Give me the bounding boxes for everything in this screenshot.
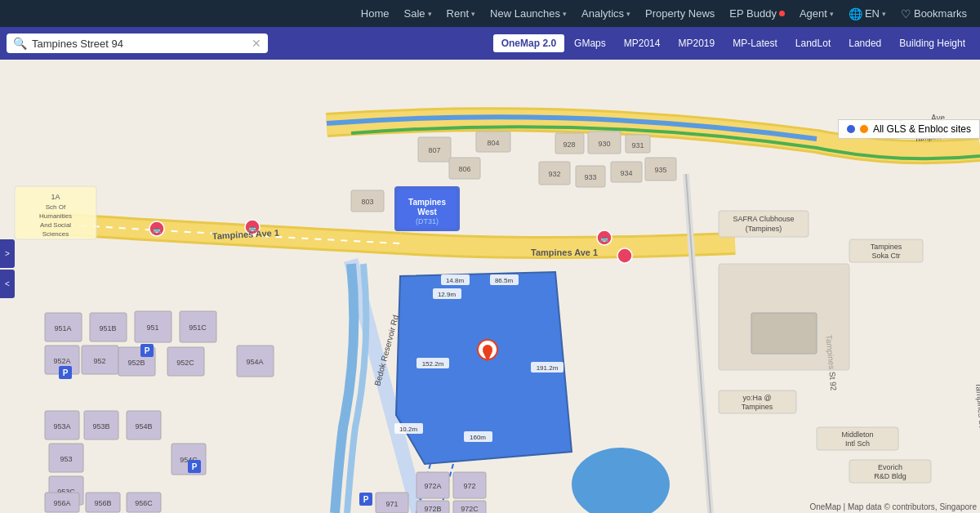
tab-mp2014[interactable]: MP2014 xyxy=(616,34,669,52)
nav-rent[interactable]: Rent ▾ xyxy=(447,7,475,20)
svg-text:(Tampines): (Tampines) xyxy=(746,225,782,233)
search-toolbar: 🔍 ✕ OneMap 2.0 GMaps MP2014 MP2019 MP-La… xyxy=(0,27,980,60)
ep-buddy-notification-dot xyxy=(779,11,785,16)
nav-language[interactable]: 🌐 EN ▾ xyxy=(849,7,886,20)
svg-text:86.5m: 86.5m xyxy=(495,277,514,284)
tab-mp-latest[interactable]: MP-Latest xyxy=(724,34,786,52)
search-container: 🔍 ✕ xyxy=(7,33,268,53)
svg-text:807: 807 xyxy=(428,146,440,154)
nav-agent[interactable]: Agent ▾ xyxy=(800,7,834,20)
svg-text:14.8m: 14.8m xyxy=(446,277,465,284)
panel-collapse-button[interactable]: < xyxy=(0,270,15,298)
map-container[interactable]: All GLS & Enbloc sites Tampines W xyxy=(0,60,980,513)
gls-label: All GLS & Enbloc sites xyxy=(873,123,971,135)
svg-text:yo:Ha @: yo:Ha @ xyxy=(742,394,771,402)
svg-text:956B: 956B xyxy=(94,499,111,507)
svg-text:971: 971 xyxy=(385,500,398,508)
svg-text:Sch Of: Sch Of xyxy=(46,203,66,211)
gls-dot-blue xyxy=(847,125,855,133)
svg-text:952: 952 xyxy=(93,357,105,365)
svg-text:972B: 972B xyxy=(424,505,441,513)
svg-text:804: 804 xyxy=(487,139,499,147)
svg-text:Tampines: Tampines xyxy=(871,243,902,251)
lang-arrow: ▾ xyxy=(882,10,886,18)
svg-text:930: 930 xyxy=(598,140,610,148)
tab-onemap[interactable]: OneMap 2.0 xyxy=(493,34,564,52)
svg-text:🚌: 🚌 xyxy=(153,225,161,234)
left-panel: > < xyxy=(0,239,15,298)
svg-text:806: 806 xyxy=(458,165,470,173)
svg-text:Tampines Ave 1: Tampines Ave 1 xyxy=(531,248,598,257)
svg-text:Tampines: Tampines xyxy=(742,403,773,411)
svg-text:951C: 951C xyxy=(189,323,207,332)
svg-text:10.2m: 10.2m xyxy=(399,426,418,433)
svg-text:Middleton: Middleton xyxy=(841,430,873,439)
svg-text:954A: 954A xyxy=(246,358,263,366)
svg-text:12.9m: 12.9m xyxy=(438,291,457,298)
heart-icon: ♡ xyxy=(901,7,911,20)
svg-text:🚌: 🚌 xyxy=(600,234,608,243)
svg-text:Intl Sch: Intl Sch xyxy=(845,439,870,448)
svg-text:935: 935 xyxy=(654,166,666,174)
svg-text:972: 972 xyxy=(463,482,475,490)
tab-building-height[interactable]: Building Height xyxy=(891,34,973,52)
analytics-arrow: ▾ xyxy=(626,10,630,18)
svg-text:972A: 972A xyxy=(424,482,441,490)
globe-icon: 🌐 xyxy=(849,7,862,20)
svg-text:953A: 953A xyxy=(53,422,70,430)
nav-new-launches[interactable]: New Launches ▾ xyxy=(490,7,567,20)
svg-text:803: 803 xyxy=(361,198,373,206)
svg-text:Humanities: Humanities xyxy=(39,212,72,220)
nav-analytics[interactable]: Analytics ▾ xyxy=(581,7,630,20)
svg-text:953: 953 xyxy=(60,455,72,463)
sale-arrow: ▾ xyxy=(428,10,432,18)
svg-text:951B: 951B xyxy=(99,324,116,332)
svg-text:SAFRA Clubhouse: SAFRA Clubhouse xyxy=(733,215,794,223)
search-icon: 🔍 xyxy=(13,37,27,50)
rent-arrow: ▾ xyxy=(471,10,475,18)
svg-text:933: 933 xyxy=(584,173,596,181)
svg-text:Evorich: Evorich xyxy=(878,463,902,471)
svg-text:152.2m: 152.2m xyxy=(422,360,444,368)
svg-rect-138 xyxy=(751,313,817,354)
svg-text:951: 951 xyxy=(146,323,158,332)
svg-text:952B: 952B xyxy=(127,359,145,367)
svg-text:954B: 954B xyxy=(135,422,152,430)
gls-banner[interactable]: All GLS & Enbloc sites xyxy=(838,119,980,139)
map-svg: Tampines West (DT31) 14.8m 86.5m 12.9m 1… xyxy=(0,60,980,513)
svg-text:972C: 972C xyxy=(461,505,479,513)
svg-text:P: P xyxy=(63,368,69,377)
svg-text:Soka Ctr: Soka Ctr xyxy=(871,252,900,260)
panel-expand-button[interactable]: > xyxy=(0,239,15,268)
svg-text:956C: 956C xyxy=(135,499,153,507)
nav-ep-buddy[interactable]: EP Buddy xyxy=(729,7,785,20)
tab-landed[interactable]: Landed xyxy=(840,34,889,52)
new-launches-arrow: ▾ xyxy=(563,10,567,18)
tab-gmaps[interactable]: GMaps xyxy=(566,34,614,52)
tab-mp2019[interactable]: MP2019 xyxy=(670,34,723,52)
nav-sale[interactable]: Sale ▾ xyxy=(404,7,432,20)
nav-bookmarks[interactable]: ♡ Bookmarks xyxy=(901,7,967,20)
svg-text:P: P xyxy=(363,495,369,504)
svg-text:P: P xyxy=(145,346,150,355)
tab-landlot[interactable]: LandLot xyxy=(787,34,839,52)
top-navigation: Home Sale ▾ Rent ▾ New Launches ▾ Analyt… xyxy=(0,0,980,27)
svg-text:952C: 952C xyxy=(176,359,194,367)
svg-text:928: 928 xyxy=(563,141,575,149)
svg-text:191.2m: 191.2m xyxy=(537,364,559,372)
svg-text:And Social: And Social xyxy=(40,221,71,229)
svg-text:931: 931 xyxy=(631,141,644,149)
search-clear-button[interactable]: ✕ xyxy=(252,38,261,49)
svg-text:934: 934 xyxy=(620,169,632,177)
svg-text:953B: 953B xyxy=(92,422,109,430)
svg-text:Sciences: Sciences xyxy=(42,230,69,238)
nav-property-news[interactable]: Property News xyxy=(645,7,715,20)
nav-home[interactable]: Home xyxy=(361,7,390,20)
svg-text:1A: 1A xyxy=(51,193,60,201)
svg-text:952A: 952A xyxy=(53,357,70,365)
svg-text:932: 932 xyxy=(548,170,560,178)
map-attribution: OneMap | Map data © contributors, Singap… xyxy=(809,502,977,511)
search-input[interactable] xyxy=(32,38,247,50)
svg-text:Tampines: Tampines xyxy=(408,198,446,207)
svg-text:(DT31): (DT31) xyxy=(416,217,439,225)
